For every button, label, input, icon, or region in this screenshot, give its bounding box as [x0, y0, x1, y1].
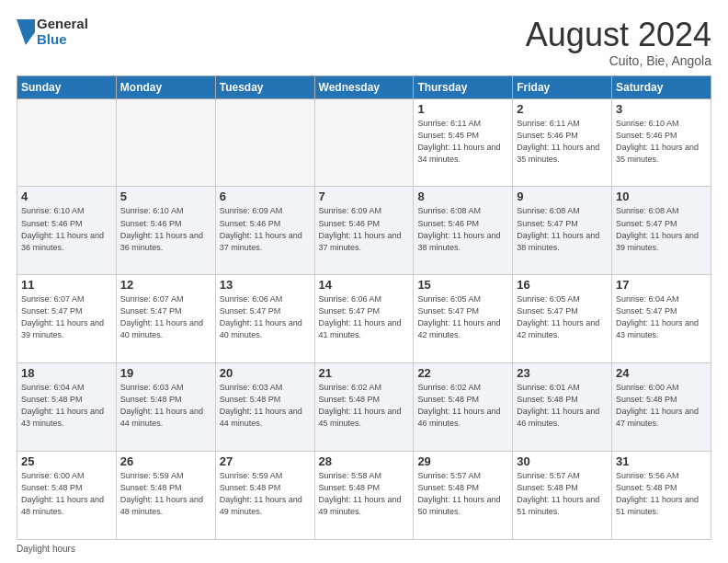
page: General Blue August 2024 Cuito, Bie, Ang… — [0, 0, 728, 563]
day-number: 23 — [517, 366, 608, 380]
calendar-day-cell: 16Sunrise: 6:05 AMSunset: 5:47 PMDayligh… — [513, 275, 612, 363]
day-number: 18 — [21, 366, 112, 380]
calendar-day-cell: 5Sunrise: 6:10 AMSunset: 5:46 PMDaylight… — [116, 187, 215, 275]
day-number: 27 — [220, 454, 311, 468]
calendar-day-header: Sunday — [17, 75, 117, 98]
calendar-week-row: 11Sunrise: 6:07 AMSunset: 5:47 PMDayligh… — [17, 275, 711, 363]
calendar-week-row: 25Sunrise: 6:00 AMSunset: 5:48 PMDayligh… — [17, 452, 711, 540]
day-info: Sunrise: 5:58 AMSunset: 5:48 PMDaylight:… — [319, 470, 410, 518]
month-title: August 2024 — [526, 17, 711, 53]
day-info: Sunrise: 6:03 AMSunset: 5:48 PMDaylight:… — [120, 382, 211, 430]
calendar-day-header: Saturday — [612, 75, 711, 98]
day-number: 14 — [319, 278, 410, 292]
day-number: 21 — [319, 366, 410, 380]
calendar-header-row: SundayMondayTuesdayWednesdayThursdayFrid… — [17, 75, 711, 98]
calendar-day-cell: 1Sunrise: 6:11 AMSunset: 5:45 PMDaylight… — [414, 98, 513, 187]
calendar-day-cell: 26Sunrise: 5:59 AMSunset: 5:48 PMDayligh… — [116, 452, 215, 540]
day-info: Sunrise: 6:03 AMSunset: 5:48 PMDaylight:… — [220, 382, 311, 430]
day-number: 24 — [616, 366, 707, 380]
calendar-day-cell — [314, 98, 414, 187]
calendar-day-cell: 30Sunrise: 5:57 AMSunset: 5:48 PMDayligh… — [513, 452, 612, 540]
day-number: 16 — [517, 278, 608, 292]
calendar-day-cell: 8Sunrise: 6:08 AMSunset: 5:46 PMDaylight… — [414, 187, 513, 275]
logo-general: General — [37, 17, 88, 32]
day-number: 22 — [417, 366, 508, 380]
calendar-day-cell: 25Sunrise: 6:00 AMSunset: 5:48 PMDayligh… — [17, 452, 117, 540]
calendar-week-row: 4Sunrise: 6:10 AMSunset: 5:46 PMDaylight… — [17, 187, 711, 275]
day-info: Sunrise: 5:56 AMSunset: 5:48 PMDaylight:… — [616, 470, 707, 518]
day-info: Sunrise: 6:00 AMSunset: 5:48 PMDaylight:… — [616, 382, 707, 430]
day-info: Sunrise: 6:08 AMSunset: 5:47 PMDaylight:… — [517, 205, 608, 253]
day-info: Sunrise: 6:06 AMSunset: 5:47 PMDaylight:… — [319, 293, 410, 341]
day-number: 9 — [517, 190, 608, 203]
day-number: 4 — [21, 190, 112, 203]
calendar-week-row: 18Sunrise: 6:04 AMSunset: 5:48 PMDayligh… — [17, 363, 711, 452]
daylight-label: Daylight hours — [17, 544, 75, 554]
calendar-day-cell: 18Sunrise: 6:04 AMSunset: 5:48 PMDayligh… — [17, 363, 117, 452]
day-number: 26 — [120, 454, 211, 468]
day-info: Sunrise: 6:04 AMSunset: 5:48 PMDaylight:… — [21, 382, 112, 430]
calendar-day-cell: 28Sunrise: 5:58 AMSunset: 5:48 PMDayligh… — [314, 452, 414, 540]
day-info: Sunrise: 6:04 AMSunset: 5:47 PMDaylight:… — [616, 293, 707, 341]
calendar-day-header: Thursday — [414, 75, 513, 98]
day-number: 25 — [21, 454, 112, 468]
day-info: Sunrise: 6:02 AMSunset: 5:48 PMDaylight:… — [417, 382, 508, 430]
calendar-day-cell: 9Sunrise: 6:08 AMSunset: 5:47 PMDaylight… — [513, 187, 612, 275]
day-number: 3 — [616, 102, 707, 116]
calendar-day-cell — [215, 98, 314, 187]
day-number: 7 — [319, 190, 410, 203]
calendar-day-cell: 24Sunrise: 6:00 AMSunset: 5:48 PMDayligh… — [612, 363, 711, 452]
day-number: 6 — [220, 190, 311, 203]
day-info: Sunrise: 6:06 AMSunset: 5:47 PMDaylight:… — [220, 293, 311, 341]
logo-text: General Blue — [37, 17, 88, 47]
header: General Blue August 2024 Cuito, Bie, Ang… — [17, 17, 711, 68]
calendar-day-cell — [116, 98, 215, 187]
calendar-day-cell: 29Sunrise: 5:57 AMSunset: 5:48 PMDayligh… — [414, 452, 513, 540]
calendar-day-cell — [17, 98, 117, 187]
day-number: 1 — [417, 102, 508, 116]
day-info: Sunrise: 6:01 AMSunset: 5:48 PMDaylight:… — [517, 382, 608, 430]
day-number: 12 — [120, 278, 211, 292]
logo: General Blue — [17, 17, 88, 47]
calendar-day-header: Wednesday — [314, 75, 414, 98]
calendar-day-cell: 3Sunrise: 6:10 AMSunset: 5:46 PMDaylight… — [612, 98, 711, 187]
calendar-day-cell: 12Sunrise: 6:07 AMSunset: 5:47 PMDayligh… — [116, 275, 215, 363]
day-info: Sunrise: 6:08 AMSunset: 5:47 PMDaylight:… — [616, 205, 707, 253]
day-number: 13 — [220, 278, 311, 292]
logo-blue: Blue — [37, 32, 88, 48]
day-info: Sunrise: 6:11 AMSunset: 5:46 PMDaylight:… — [517, 118, 608, 166]
day-number: 31 — [616, 454, 707, 468]
svg-marker-0 — [17, 19, 35, 45]
day-info: Sunrise: 6:05 AMSunset: 5:47 PMDaylight:… — [517, 293, 608, 341]
calendar: SundayMondayTuesdayWednesdayThursdayFrid… — [17, 75, 711, 540]
day-info: Sunrise: 5:59 AMSunset: 5:48 PMDaylight:… — [120, 470, 211, 518]
day-info: Sunrise: 6:10 AMSunset: 5:46 PMDaylight:… — [120, 205, 211, 253]
calendar-day-cell: 21Sunrise: 6:02 AMSunset: 5:48 PMDayligh… — [314, 363, 414, 452]
calendar-day-cell: 14Sunrise: 6:06 AMSunset: 5:47 PMDayligh… — [314, 275, 414, 363]
day-number: 11 — [21, 278, 112, 292]
calendar-day-cell: 19Sunrise: 6:03 AMSunset: 5:48 PMDayligh… — [116, 363, 215, 452]
day-info: Sunrise: 5:57 AMSunset: 5:48 PMDaylight:… — [517, 470, 608, 518]
day-number: 19 — [120, 366, 211, 380]
day-info: Sunrise: 6:09 AMSunset: 5:46 PMDaylight:… — [220, 205, 311, 253]
calendar-day-cell: 2Sunrise: 6:11 AMSunset: 5:46 PMDaylight… — [513, 98, 612, 187]
calendar-day-cell: 27Sunrise: 5:59 AMSunset: 5:48 PMDayligh… — [215, 452, 314, 540]
day-info: Sunrise: 6:07 AMSunset: 5:47 PMDaylight:… — [120, 293, 211, 341]
calendar-day-cell: 22Sunrise: 6:02 AMSunset: 5:48 PMDayligh… — [414, 363, 513, 452]
title-block: August 2024 Cuito, Bie, Angola — [526, 17, 711, 68]
calendar-day-cell: 20Sunrise: 6:03 AMSunset: 5:48 PMDayligh… — [215, 363, 314, 452]
calendar-day-cell: 17Sunrise: 6:04 AMSunset: 5:47 PMDayligh… — [612, 275, 711, 363]
day-info: Sunrise: 6:10 AMSunset: 5:46 PMDaylight:… — [21, 205, 112, 253]
footer: Daylight hours — [17, 544, 711, 554]
calendar-day-cell: 11Sunrise: 6:07 AMSunset: 5:47 PMDayligh… — [17, 275, 117, 363]
calendar-day-cell: 4Sunrise: 6:10 AMSunset: 5:46 PMDaylight… — [17, 187, 117, 275]
calendar-day-header: Friday — [513, 75, 612, 98]
day-info: Sunrise: 6:02 AMSunset: 5:48 PMDaylight:… — [319, 382, 410, 430]
calendar-day-cell: 10Sunrise: 6:08 AMSunset: 5:47 PMDayligh… — [612, 187, 711, 275]
day-number: 20 — [220, 366, 311, 380]
day-number: 8 — [417, 190, 508, 203]
calendar-day-header: Monday — [116, 75, 215, 98]
day-info: Sunrise: 5:57 AMSunset: 5:48 PMDaylight:… — [417, 470, 508, 518]
logo-icon — [17, 19, 35, 45]
day-info: Sunrise: 6:11 AMSunset: 5:45 PMDaylight:… — [417, 118, 508, 166]
